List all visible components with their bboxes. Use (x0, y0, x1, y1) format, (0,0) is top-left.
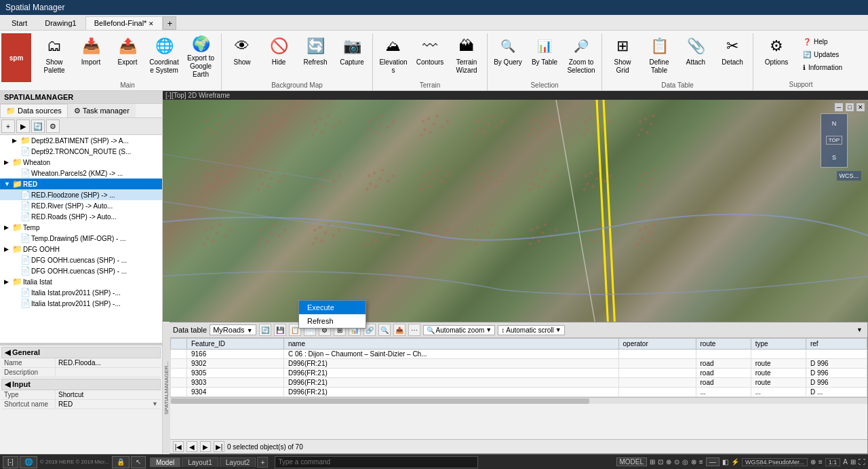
contours-button[interactable]: 〰 Contours (412, 33, 448, 81)
nav-last[interactable]: ▶| (214, 441, 224, 452)
col-type[interactable]: type (751, 339, 806, 350)
import-button[interactable]: 📥 Import (73, 33, 108, 81)
context-menu-execute[interactable]: Execute (299, 301, 366, 314)
add-tab-button[interactable]: + (163, 16, 176, 30)
tab-bellefond[interactable]: Bellefond-Final* ✕ (85, 16, 163, 30)
table-name-select[interactable]: MyRoads ▼ (210, 324, 256, 335)
tree-item-red[interactable]: ▼ 📁 RED (0, 179, 162, 189)
tree-item-dfg-cuencas1[interactable]: 📄 DFG OOHH.cuencas (SHP) - ... (0, 255, 162, 265)
tree-view: ▶ 📁 Dept92.BATIMENT (SHP) -> A... 📄 Dept… (0, 135, 162, 343)
left-panel: SPATIALMANAGER 📁 Data sources ⚙ Task man… (0, 91, 163, 454)
table-row[interactable]: 9304 D996(FR:21) ... ... D ... (171, 388, 867, 397)
toolbar-btn-1[interactable]: + (1, 119, 15, 133)
col-name[interactable]: name (283, 339, 618, 350)
automatic-zoom-select[interactable]: 🔍 Automatic zoom ▼ (423, 325, 496, 335)
tree-item-temp-drawing5[interactable]: 📄 Temp.Drawing5 (MIF-OGR) - ... (0, 233, 162, 244)
help-button[interactable]: ❓ Help (800, 36, 846, 48)
table-row[interactable]: 9303 D996(FR:21) road route D 996 (171, 378, 867, 388)
tab-layout2[interactable]: Layout2 (220, 457, 256, 467)
updates-button[interactable]: 🔄 Updates (800, 49, 846, 60)
tree-item-wheaton[interactable]: ▶ 📁 Wheaton (0, 157, 162, 168)
tree-item-italia[interactable]: ▶ 📁 Italia Istat (0, 276, 162, 287)
crs-display[interactable]: WGS84.PseudoMer... (742, 458, 808, 466)
table-row[interactable]: 9302 D996(FR:21) road route D 996 (171, 359, 867, 369)
bottom-btn-lock[interactable]: 🔒 (112, 456, 130, 468)
map-restore-btn[interactable]: □ (845, 102, 854, 112)
attach-button[interactable]: 📎 Attach (678, 33, 713, 81)
tree-item-red-river[interactable]: 📄 RED.River (SHP) -> Auto... (0, 200, 162, 211)
toolbar-btn-4[interactable]: ⚙ (46, 119, 60, 133)
detach-button[interactable]: ✂ Detach (715, 33, 750, 81)
scrollbar-thumb-h[interactable] (171, 398, 589, 404)
col-operator[interactable]: operator (618, 339, 696, 350)
nav-next[interactable]: ▶ (200, 441, 211, 452)
general-section-header[interactable]: ◀ General (1, 347, 161, 358)
toolbar-btn-2[interactable]: ▶ (16, 119, 30, 133)
tree-item-wheaton-parcels[interactable]: 📄 Wheaton.Parcels2 (KMZ) -> ... (0, 168, 162, 179)
close-tab-bellefond[interactable]: ✕ (149, 20, 154, 27)
bottom-btn-osm[interactable]: 🌐 (20, 456, 37, 468)
table-row[interactable]: 9305 D996(FR:21) road route D 996 (171, 369, 867, 378)
tree-item-dept92-bat[interactable]: ▶ 📁 Dept92.BATIMENT (SHP) -> A... (0, 135, 162, 146)
nav-prev[interactable]: ◀ (186, 441, 197, 452)
add-layout-btn[interactable]: + (257, 457, 268, 468)
ducs-icon: ⊗ (691, 458, 696, 466)
nav-first[interactable]: |◀ (173, 441, 184, 452)
by-query-button[interactable]: 🔍 By Query (490, 33, 526, 81)
input-section-header[interactable]: ◀ Input (1, 379, 161, 390)
tree-item-red-floodzone[interactable]: 📄 RED.Floodzone (SHP) -> ... (0, 189, 162, 200)
by-table-button[interactable]: 📊 By Table (527, 33, 562, 81)
coordinate-system-button[interactable]: 🌐 Coordinate System (146, 33, 182, 81)
toolbar-btn-3[interactable]: 🔄 (31, 119, 45, 133)
zoom-selection-button[interactable]: 🔎 Zoom to Selection (564, 33, 599, 81)
show-grid-button[interactable]: ⊞ Show Grid (605, 33, 640, 81)
spm-logo[interactable]: spm (1, 33, 31, 82)
tab-task-manager[interactable]: ⚙ Task manager (68, 104, 136, 117)
tree-item-italia-prov1[interactable]: 📄 Italia Istat.prov2011 (SHP) -... (0, 287, 162, 298)
tree-item-red-roads[interactable]: 📄 RED.Roads (SHP) -> Auto... (0, 211, 162, 222)
map-minimize-btn[interactable]: ─ (834, 102, 844, 112)
dt-btn-save[interactable]: 💾 (274, 324, 286, 336)
tree-item-temp[interactable]: ▶ 📁 Temp (0, 222, 162, 233)
context-menu-refresh[interactable]: Refresh (299, 314, 366, 328)
information-button[interactable]: ℹ Information (800, 62, 846, 73)
col-ref[interactable]: ref (806, 339, 867, 350)
tab-data-sources[interactable]: 📁 Data sources (0, 104, 68, 117)
table-scrollbar-h[interactable] (170, 397, 867, 404)
bottom-btn-cursor[interactable]: ↖ (131, 456, 146, 468)
show-button[interactable]: 👁 Show (224, 33, 260, 81)
dt-btn-zoom[interactable]: 🔍 (378, 324, 391, 336)
scale-display[interactable]: 1:1 (825, 458, 841, 466)
export-button[interactable]: 📤 Export (110, 33, 145, 81)
tree-item-italia-prov2[interactable]: 📄 Italia Istat.prov2011 (SHP) -... (0, 298, 162, 309)
compass-top: TOP (826, 136, 842, 145)
map-close-btn[interactable]: ✕ (856, 102, 865, 112)
dt-btn-refresh[interactable]: 🔄 (259, 324, 271, 336)
dt-btn-export[interactable]: 📤 (393, 324, 406, 336)
command-input[interactable] (275, 456, 478, 468)
define-table-button[interactable]: 📋 Define Table (642, 33, 677, 81)
tab-drawing1[interactable]: Drawing1 (36, 16, 85, 30)
hide-button[interactable]: 🚫 Hide (261, 33, 296, 81)
tree-item-dfg[interactable]: ▶ 📁 DFG OOHH (0, 244, 162, 255)
refresh-button[interactable]: 🔄 Refresh (298, 33, 333, 81)
map-canvas[interactable]: N TOP S WCS... ─ □ ✕ (163, 100, 868, 322)
bottom-btn-1[interactable]: [-] (3, 456, 18, 468)
terrain-wizard-button[interactable]: 🏔 Terrain Wizard (449, 33, 484, 81)
table-row[interactable]: 9166 C 06 : Dijon – Chaumont – Saint-Diz… (171, 350, 867, 359)
tree-item-dept92-troncon[interactable]: 📄 Dept92.TRONCON_ROUTE (S... (0, 146, 162, 157)
options-button[interactable]: ⚙ Options (756, 33, 797, 81)
col-feature-id[interactable]: Feature_ID (187, 339, 284, 350)
tab-layout1[interactable]: Layout1 (182, 457, 218, 467)
export-google-earth-button[interactable]: 🌍 Export to Google Earth (183, 33, 218, 81)
dt-btn-settings[interactable]: ⋯ (408, 324, 420, 336)
col-route[interactable]: route (696, 339, 751, 350)
automatic-scroll-select[interactable]: ↕ Automatic scroll ▼ (498, 325, 565, 335)
dt-scroll-down[interactable]: ▼ (856, 326, 865, 333)
tab-model[interactable]: Model (150, 457, 180, 467)
elevations-button[interactable]: ⛰ Elevations (376, 33, 411, 81)
show-palette-button[interactable]: 🗂 Show Palette (37, 33, 72, 81)
capture-button[interactable]: 📷 Capture (334, 33, 370, 81)
tree-item-dfg-cuencas2[interactable]: 📄 DFG OOHH.cuencas (SHP) - ... (0, 265, 162, 276)
tab-start[interactable]: Start (3, 16, 36, 30)
